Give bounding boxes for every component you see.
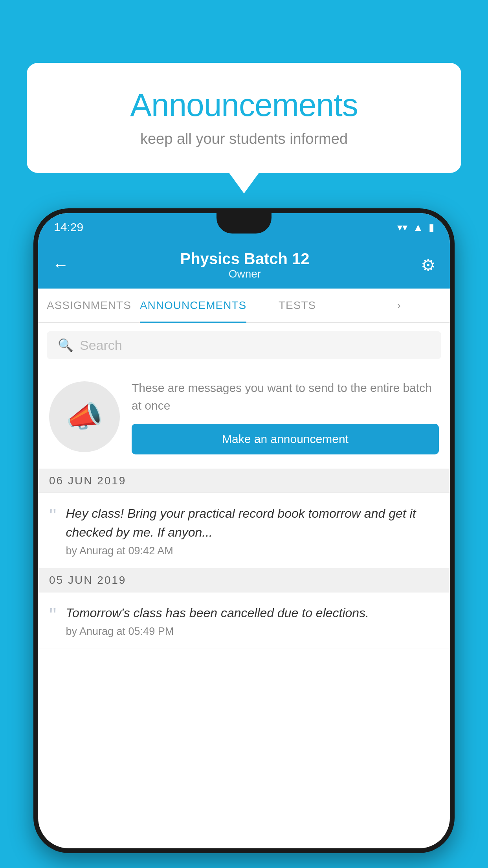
tab-assignments[interactable]: ASSIGNMENTS: [38, 289, 140, 322]
status-icons: ▾▾ ▲ ▮: [397, 221, 434, 234]
status-bar: 14:29 ▾▾ ▲ ▮: [38, 213, 450, 241]
status-time: 14:29: [54, 221, 83, 234]
wifi-icon: ▾▾: [397, 221, 407, 234]
announcement-text-2: Tomorrow's class has been cancelled due …: [66, 603, 439, 622]
speech-bubble: Announcements keep all your students inf…: [27, 63, 461, 173]
back-button[interactable]: ←: [52, 256, 69, 274]
empty-state-description: These are messages you want to send to t…: [132, 379, 439, 414]
search-bar[interactable]: 🔍 Search: [47, 331, 441, 359]
tab-more[interactable]: ›: [348, 289, 450, 322]
announcement-meta-2: by Anurag at 05:49 PM: [66, 625, 439, 638]
quote-icon-2: ": [49, 605, 56, 625]
announcement-text-1: Hey class! Bring your practical record b…: [66, 504, 439, 542]
announcement-item-1: " Hey class! Bring your practical record…: [38, 493, 450, 568]
phone: 14:29 ▾▾ ▲ ▮ ← Physics Batch 12 Owner ⚙: [33, 208, 455, 853]
content-area: 🔍 Search 📣 These are messages you want t…: [38, 323, 450, 649]
speech-bubble-section: Announcements keep all your students inf…: [27, 63, 461, 173]
megaphone-icon: 📣: [66, 399, 103, 434]
make-announcement-button[interactable]: Make an announcement: [132, 424, 439, 454]
app-bar: ← Physics Batch 12 Owner ⚙: [38, 241, 450, 289]
notch: [216, 213, 272, 234]
bubble-title: Announcements: [58, 86, 430, 123]
announcement-content-2: Tomorrow's class has been cancelled due …: [66, 603, 439, 638]
megaphone-circle: 📣: [49, 381, 120, 452]
bubble-subtitle: keep all your students informed: [58, 131, 430, 147]
phone-screen: 14:29 ▾▾ ▲ ▮ ← Physics Batch 12 Owner ⚙: [38, 213, 450, 848]
quote-icon-1: ": [49, 506, 56, 526]
empty-state-right: These are messages you want to send to t…: [132, 379, 439, 454]
phone-container: 14:29 ▾▾ ▲ ▮ ← Physics Batch 12 Owner ⚙: [33, 208, 455, 868]
announcement-meta-1: by Anurag at 09:42 AM: [66, 545, 439, 557]
tab-announcements[interactable]: ANNOUNCEMENTS: [140, 289, 246, 322]
empty-state: 📣 These are messages you want to send to…: [38, 367, 450, 469]
settings-button[interactable]: ⚙: [421, 256, 436, 275]
announcement-item-2: " Tomorrow's class has been cancelled du…: [38, 592, 450, 649]
app-bar-title: Physics Batch 12: [180, 250, 309, 268]
search-placeholder: Search: [80, 338, 122, 353]
signal-icon: ▲: [413, 221, 423, 234]
announcement-content-1: Hey class! Bring your practical record b…: [66, 504, 439, 557]
tab-tests[interactable]: TESTS: [246, 289, 348, 322]
date-separator-2: 05 JUN 2019: [38, 568, 450, 592]
date-separator-1: 06 JUN 2019: [38, 469, 450, 493]
battery-icon: ▮: [429, 221, 434, 234]
search-icon: 🔍: [58, 338, 73, 353]
tabs: ASSIGNMENTS ANNOUNCEMENTS TESTS ›: [38, 289, 450, 323]
app-bar-center: Physics Batch 12 Owner: [180, 250, 309, 280]
app-bar-subtitle: Owner: [180, 268, 309, 280]
